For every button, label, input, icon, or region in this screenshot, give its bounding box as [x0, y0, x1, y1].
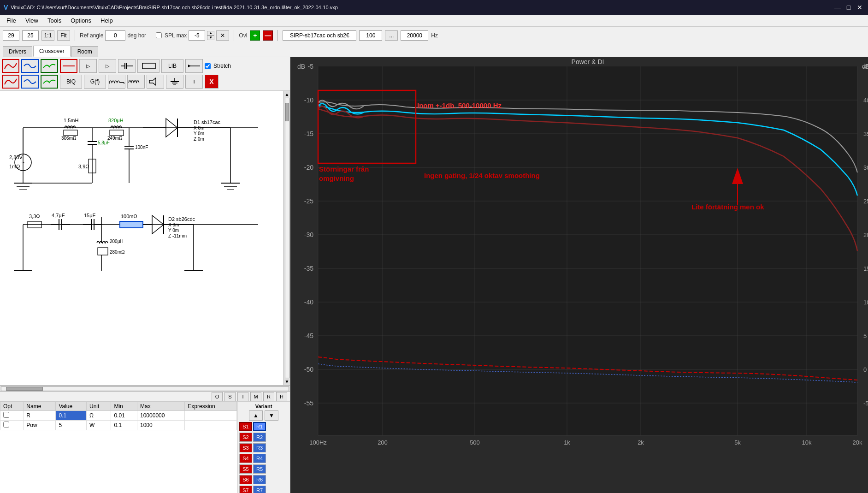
ctb-ground[interactable] [166, 75, 183, 89]
variant-r1-button[interactable]: R1 [253, 422, 266, 431]
ovl-plus-button[interactable]: + [250, 30, 260, 41]
close-button[interactable]: ✕ [855, 3, 864, 12]
variant-r6-button[interactable]: R6 [253, 475, 266, 484]
ref-angle-input[interactable]: 0 [105, 30, 125, 41]
variant-down-button[interactable]: ▼ [265, 410, 278, 421]
spl-max-checkbox[interactable] [156, 32, 162, 38]
ctb-capacitor[interactable] [118, 59, 136, 73]
btm-h-button[interactable]: H [276, 392, 287, 401]
chart-y-label: -10 [304, 96, 313, 104]
menu-file[interactable]: File [2, 16, 21, 25]
ctb-speaker[interactable] [147, 75, 164, 89]
titlebar: V VituixCAD: C:\Users\surf\Documents\Vit… [0, 0, 868, 15]
ctb-wire-red[interactable] [60, 59, 77, 73]
freq-min-input[interactable]: 100 [359, 30, 382, 41]
variant-s2-button[interactable]: S2 [239, 433, 252, 442]
btm-m-button[interactable]: M [250, 392, 261, 401]
ctb-curve-green2[interactable] [41, 75, 58, 89]
ratio-button[interactable]: 1:1 [41, 30, 54, 41]
ctb-inductor[interactable] [108, 75, 125, 89]
vscroll-down[interactable]: ▼ [284, 378, 290, 385]
row1-opt[interactable] [0, 411, 24, 421]
variant-row-6: S6 R6 [239, 475, 288, 484]
spl-x-button[interactable]: ✕ [216, 30, 229, 41]
ovl-minus-button[interactable]: — [263, 30, 273, 41]
toolbar-val2[interactable]: 25 [22, 30, 39, 41]
ctb-curve-blue2[interactable] [21, 75, 39, 89]
ctb-curve-blue1[interactable] [21, 59, 39, 73]
btm-o-button[interactable]: O [212, 392, 223, 401]
variant-s3-button[interactable]: S3 [239, 443, 252, 452]
freq-ellipsis-button[interactable]: ... [385, 30, 398, 41]
ctb-lib-button[interactable]: LIB [161, 59, 183, 73]
variant-s6-button[interactable]: S6 [239, 475, 252, 484]
row1-name: R [24, 411, 56, 421]
menu-options[interactable]: Options [66, 16, 96, 25]
btm-s-button[interactable]: S [224, 392, 236, 401]
vscroll-thumb[interactable] [285, 103, 289, 121]
ctb-rect[interactable] [137, 59, 159, 73]
variant-r2-button[interactable]: R2 [253, 433, 266, 442]
variant-s4-button[interactable]: S4 [239, 454, 252, 463]
tab-drivers[interactable]: Drivers [3, 46, 32, 57]
row2-value[interactable]: 5 [56, 421, 87, 430]
ctb-buffer1[interactable]: ▷ [79, 59, 97, 73]
vscroll-up[interactable]: ▲ [284, 91, 290, 98]
series-name-input[interactable]: SIRP-sb17cac och sb2€ [283, 30, 356, 41]
spl-max-input[interactable]: -5 [189, 30, 205, 41]
svg-rect-28 [64, 130, 77, 136]
hscroll-thumb[interactable] [6, 387, 43, 391]
ctb-wire3[interactable] [185, 59, 203, 73]
row2-opt-checkbox[interactable] [3, 422, 9, 428]
ctb-curve-red2[interactable] [2, 75, 19, 89]
minimize-button[interactable]: — [833, 3, 842, 12]
schematic-hscroll[interactable] [0, 385, 290, 392]
btm-r-button[interactable]: R [263, 392, 274, 401]
title-text: VituixCAD: C:\Users\surf\Documents\Vitui… [11, 5, 337, 10]
sep3 [234, 30, 234, 41]
tab-crossover[interactable]: Crossover [33, 46, 71, 57]
ctb-biq-button[interactable]: BiQ [60, 75, 82, 89]
fit-button[interactable]: Fit [57, 30, 70, 41]
ctb-curve-red1[interactable] [2, 59, 19, 73]
ctb-gf-button[interactable]: G(f) [84, 75, 106, 89]
spl-spin-up[interactable]: ▲ [207, 31, 214, 36]
ctb-curve-green1[interactable] [41, 59, 58, 73]
tab-room[interactable]: Room [71, 46, 98, 57]
row2-opt[interactable] [0, 421, 24, 430]
row1-opt-checkbox[interactable] [3, 412, 9, 418]
chart-annotation-3: Ingen gating, 1/24 oktav smoothing [424, 172, 540, 179]
svg-text:1mΩ: 1mΩ [9, 164, 20, 169]
ctb-stretch-checkbox[interactable] [205, 63, 211, 69]
variant-r3-button[interactable]: R3 [253, 443, 266, 452]
chart-y-label: -15 [304, 130, 313, 137]
ctb-stretch-label: Stretch [213, 63, 231, 69]
svg-text:4,7μF: 4,7μF [52, 213, 65, 218]
ctb-t-button[interactable]: T [185, 75, 203, 89]
freq-max-input[interactable]: 20000 [401, 30, 428, 41]
ctb-x-button[interactable]: X [205, 75, 218, 89]
row1-value[interactable]: 0.1 [56, 411, 87, 421]
variant-s5-button[interactable]: S5 [239, 464, 252, 474]
menu-help[interactable]: Help [96, 16, 118, 25]
variant-row-4: S4 R4 [239, 454, 288, 463]
menu-tools[interactable]: Tools [43, 16, 66, 25]
ctb-buffer2[interactable]: ▷ [99, 59, 116, 73]
variant-r5-button[interactable]: R5 [253, 464, 266, 474]
btm-i-button[interactable]: I [237, 392, 248, 401]
variant-r7-button[interactable]: R7 [253, 486, 266, 493]
variant-r4-button[interactable]: R4 [253, 454, 266, 463]
variant-s1-button[interactable]: S1 [239, 422, 252, 431]
row2-min: 0.1 [111, 421, 137, 430]
variant-up-button[interactable]: ▲ [249, 410, 263, 421]
menu-view[interactable]: View [21, 16, 43, 25]
maximize-button[interactable]: □ [844, 3, 853, 12]
toolbar-val1[interactable]: 29 [3, 30, 19, 41]
ctb-coil2[interactable] [127, 75, 145, 89]
schematic-vscroll[interactable]: ▲ ▼ [283, 91, 290, 385]
variant-s7-button[interactable]: S7 [239, 486, 252, 493]
spl-spin-down[interactable]: ▼ [207, 36, 214, 40]
svg-text:Y 0m: Y 0m [168, 228, 179, 233]
svg-text:Y 0m: Y 0m [194, 131, 204, 136]
svg-text:D2 sb26cdc: D2 sb26cdc [168, 216, 195, 222]
